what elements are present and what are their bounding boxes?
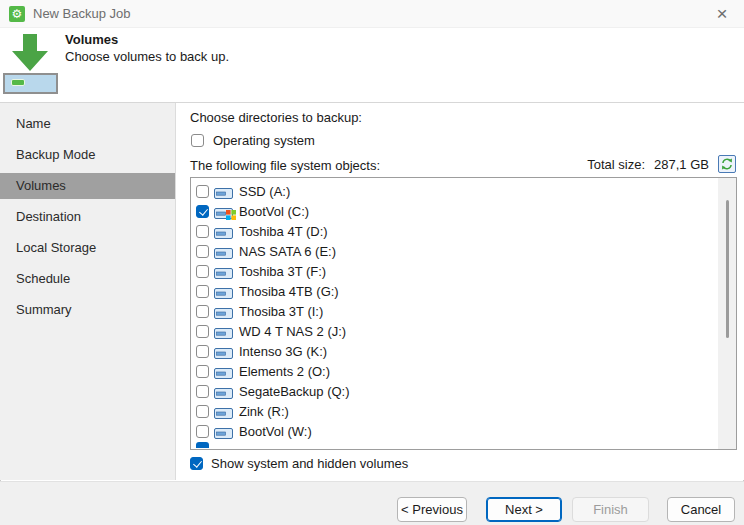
show-hidden-checkbox[interactable] [190,457,203,470]
volume-disk-icon [214,228,233,239]
window-title: New Backup Job [33,6,131,21]
sidebar-item-destination[interactable]: Destination [0,204,175,230]
volume-disk-icon [214,368,233,379]
volume-label: NAS SATA 6 (E:) [239,244,336,259]
volume-row[interactable]: SSD (A:) [191,181,736,201]
page-subtitle: Choose volumes to back up. [65,49,229,64]
volume-icon [214,325,234,338]
volume-checkbox[interactable] [196,225,209,238]
volume-icon [214,245,234,258]
close-icon[interactable]: × [710,2,734,26]
volume-checkbox[interactable] [196,325,209,338]
volume-label: Intenso 3G (K:) [239,344,327,359]
operating-system-label: Operating system [213,133,315,148]
backup-arrow-icon [9,34,51,76]
volume-disk-icon [214,348,233,359]
volume-checkbox[interactable] [196,405,209,418]
volume-list: SSD (A:)BootVol (C:)Toshiba 4T (D:)NAS S… [190,177,737,450]
volume-label: WD 4 T NAS 2 (J:) [239,324,346,339]
volume-checkbox[interactable] [196,365,209,378]
volume-label: BootVol (W:) [239,424,312,439]
wizard-steps-sidebar: NameBackup ModeVolumesDestinationLocal S… [0,103,176,480]
volume-row[interactable]: Thosiba 3T (I:) [191,301,736,321]
scrollbar-thumb[interactable] [726,200,729,338]
sidebar-item-volumes[interactable]: Volumes [0,173,175,199]
choose-directories-label: Choose directories to backup: [190,110,362,125]
volume-label: Elements 2 (O:) [239,364,330,379]
volume-checkbox[interactable] [196,345,209,358]
finish-button: Finish [572,497,649,522]
total-size-value: 287,1 GB [654,157,709,172]
volume-disk-icon [214,388,233,399]
file-system-objects-label: The following file system objects: [190,158,380,173]
sidebar-item-backup-mode[interactable]: Backup Mode [0,142,175,168]
previous-button[interactable]: < Previous [397,497,467,522]
page-title: Volumes [65,32,118,47]
volume-row[interactable]: BootVol (C:) [191,201,736,221]
volume-disk-icon [214,428,233,439]
volume-disk-icon [214,248,233,259]
disk-led [11,79,25,86]
scrollbar-track[interactable] [718,178,736,449]
volume-disk-icon [214,328,233,339]
volume-checkbox[interactable] [196,425,209,438]
volume-row[interactable]: SegateBackup (Q:) [191,381,736,401]
volume-disk-icon [214,288,233,299]
volume-row[interactable]: BootVol (W:) [191,421,736,441]
wizard-header: Volumes Choose volumes to back up. [0,28,744,103]
volume-icon [214,285,234,298]
windows-logo-icon [226,210,236,220]
operating-system-checkbox[interactable] [191,134,204,147]
volume-row[interactable]: Toshiba 3T (F:) [191,261,736,281]
disk-icon [3,73,58,94]
volume-label: Zink (R:) [239,404,289,419]
volume-label: Toshiba 3T (F:) [239,264,326,279]
cancel-button[interactable]: Cancel [667,497,735,522]
volume-row[interactable]: Toshiba 4T (D:) [191,221,736,241]
volumes-page-content: Choose directories to backup: Operating … [177,103,744,480]
volume-checkbox[interactable] [196,385,209,398]
sidebar-item-schedule[interactable]: Schedule [0,266,175,292]
volume-row[interactable]: Elements 2 (O:) [191,361,736,381]
volume-label: SSD (A:) [239,184,290,199]
wizard-footer: < PreviousNext >FinishCancel [0,481,744,525]
volume-checkbox[interactable] [196,285,209,298]
volume-disk-icon [214,188,233,199]
volume-row-partial-checkbox[interactable] [196,442,209,448]
sidebar-item-local-storage[interactable]: Local Storage [0,235,175,261]
show-hidden-label: Show system and hidden volumes [211,456,408,471]
volume-row[interactable]: NAS SATA 6 (E:) [191,241,736,261]
refresh-icon [721,158,733,170]
volume-icon [214,185,234,198]
system-volume-icon [214,205,234,218]
volume-checkbox[interactable] [196,205,209,218]
volume-row[interactable]: WD 4 T NAS 2 (J:) [191,321,736,341]
volume-icon [214,425,234,438]
sidebar-item-summary[interactable]: Summary [0,297,175,323]
operating-system-row[interactable]: Operating system [191,133,315,148]
volume-row[interactable]: Intenso 3G (K:) [191,341,736,361]
sidebar-item-name[interactable]: Name [0,111,175,137]
volume-row[interactable]: Thosiba 4TB (G:) [191,281,736,301]
next-button[interactable]: Next > [486,497,562,522]
volume-row[interactable]: Zink (R:) [191,401,736,421]
volume-disk-icon [214,308,233,319]
volume-checkbox[interactable] [196,185,209,198]
volume-icon [214,225,234,238]
volume-checkbox[interactable] [196,245,209,258]
app-gear-icon: ⚙ [9,6,25,22]
volume-icon [214,385,234,398]
volume-disk-icon [214,268,233,279]
volume-icon [214,305,234,318]
title-bar: ⚙ New Backup Job × [0,0,744,28]
volume-checkbox[interactable] [196,305,209,318]
volume-checkbox[interactable] [196,265,209,278]
show-hidden-row[interactable]: Show system and hidden volumes [190,456,408,471]
volume-label: SegateBackup (Q:) [239,384,350,399]
refresh-button[interactable] [718,155,736,173]
volume-label: Thosiba 4TB (G:) [239,284,339,299]
volume-label: Thosiba 3T (I:) [239,304,323,319]
volume-icon [214,345,234,358]
volume-label: BootVol (C:) [239,204,309,219]
total-size-box: Total size: 287,1 GB [587,155,736,173]
